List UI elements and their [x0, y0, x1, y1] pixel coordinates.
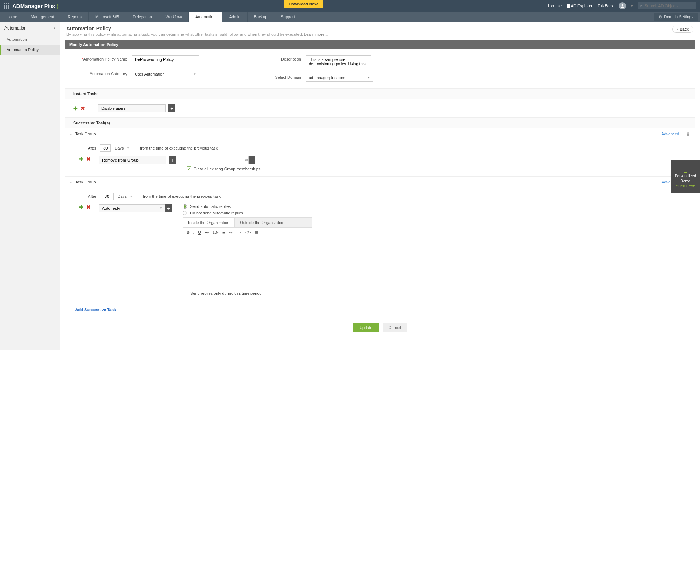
ad-explorer-link[interactable]: ▇ AD Explorer	[567, 4, 592, 8]
chevron-down-icon: ▾	[194, 72, 196, 76]
task-group-2-header: ⌵Task Group Advanced | 🗑	[65, 177, 695, 187]
underline-icon[interactable]: U	[198, 230, 201, 235]
svg-point-0	[621, 4, 623, 6]
timing-text: from the time of executing the previous …	[140, 146, 218, 150]
tab-workflow[interactable]: Workflow	[159, 12, 189, 22]
after-label: After	[88, 194, 96, 198]
delete-group-1-icon[interactable]: 🗑	[686, 132, 690, 136]
remove-task-2-icon[interactable]: ✖	[86, 204, 91, 210]
align-icon[interactable]: ≡▾	[229, 230, 233, 235]
tab-backup[interactable]: Backup	[248, 12, 275, 22]
tab-inside-org[interactable]: Inside the Organization	[183, 218, 235, 227]
task-1-input[interactable]	[99, 156, 166, 164]
demo-callout[interactable]: Personalized Demo CLICK HERE	[671, 160, 700, 193]
successive-tasks-header: Successive Task(s)	[65, 118, 695, 128]
category-label: Automation Category	[76, 70, 127, 76]
tab-admin[interactable]: Admin	[222, 12, 247, 22]
list-icon[interactable]: ☰▾	[236, 230, 242, 235]
color-icon[interactable]: ■	[222, 230, 225, 235]
collapse-icon[interactable]: ⌵	[70, 131, 72, 136]
italic-icon[interactable]: I	[193, 230, 194, 235]
apps-icon[interactable]	[4, 3, 9, 9]
reply-editor: Inside the Organization Outside the Orga…	[183, 217, 312, 281]
gear-icon: ⚙	[658, 15, 662, 19]
clear-memberships-checkbox[interactable]: ✓	[187, 166, 191, 171]
page-subtitle: By applying this policy while automating…	[66, 32, 328, 36]
advanced-link-1[interactable]: Advanced	[661, 132, 679, 136]
sidebar-section-automation[interactable]: Automation▾	[0, 22, 60, 34]
days-label: Days	[117, 194, 127, 198]
instant-task-input[interactable]	[98, 104, 166, 112]
sidebar: Automation▾ Automation Automation Policy	[0, 22, 60, 350]
policy-name-input[interactable]	[132, 55, 199, 63]
days-dropdown-icon[interactable]: ▾	[130, 194, 132, 198]
tab-management[interactable]: Management	[24, 12, 61, 22]
group-members-input[interactable]: ⧉	[187, 156, 249, 164]
send-replies-radio[interactable]	[183, 204, 187, 209]
tab-home[interactable]: Home	[0, 12, 24, 22]
table-icon[interactable]: ▦	[255, 230, 258, 235]
days-dropdown-icon[interactable]: ▾	[127, 146, 129, 150]
chevron-left-icon: ‹	[677, 27, 678, 31]
tab-delegation[interactable]: Delegation	[126, 12, 159, 22]
days-input-1[interactable]	[100, 144, 111, 152]
send-replies-label: Send automatic replies	[190, 204, 231, 209]
remove-instant-task-icon[interactable]: ✖	[81, 105, 85, 111]
top-bar: ADManager Plus ) Download Now License ▇ …	[0, 0, 700, 12]
user-menu-caret-icon[interactable]: ▾	[631, 4, 633, 8]
section-header: Modify Automation Policy	[65, 40, 695, 49]
back-button[interactable]: ‹Back	[672, 26, 693, 33]
timing-text: from the time of executing the previous …	[143, 194, 221, 198]
sidebar-item-automation[interactable]: Automation	[0, 34, 60, 45]
code-icon[interactable]: </>	[245, 230, 251, 235]
learn-more-link[interactable]: Learn more...	[304, 32, 328, 36]
instant-task-plus-button[interactable]: +	[168, 104, 175, 112]
talkback-link[interactable]: TalkBack	[598, 4, 614, 8]
font-icon[interactable]: F▾	[205, 230, 209, 235]
collapse-icon[interactable]: ⌵	[70, 179, 72, 184]
update-button[interactable]: Update	[353, 323, 379, 332]
tab-outside-org[interactable]: Outside the Organization	[235, 218, 289, 227]
font-size-select[interactable]: 10▾	[213, 230, 219, 235]
tab-support[interactable]: Support	[274, 12, 302, 22]
search-icon: ⌕	[640, 4, 642, 8]
days-input-2[interactable]	[100, 193, 114, 200]
add-successive-task-link[interactable]: +Add Successive Task	[73, 307, 116, 312]
description-textarea[interactable]: This is a sample user deprovisioning pol…	[306, 55, 371, 67]
chevron-down-icon: ▾	[368, 76, 370, 80]
add-task-2-icon[interactable]: ✚	[79, 204, 83, 210]
cancel-button[interactable]: Cancel	[383, 323, 407, 332]
category-select[interactable]: User Automation▾	[132, 70, 199, 78]
sidebar-item-automation-policy[interactable]: Automation Policy	[0, 45, 60, 55]
product-logo: ADManager Plus )	[12, 3, 58, 9]
license-link[interactable]: License	[548, 4, 562, 8]
caret-down-icon: ▾	[54, 26, 55, 30]
days-label: Days	[114, 146, 124, 150]
demo-cta-link[interactable]: CLICK HERE	[676, 185, 695, 188]
bold-icon[interactable]: B	[187, 230, 190, 235]
task-2-input[interactable]	[99, 204, 166, 212]
tab-automation[interactable]: Automation	[189, 12, 223, 22]
add-instant-task-icon[interactable]: ✚	[73, 105, 78, 111]
tab-microsoft365[interactable]: Microsoft 365	[89, 12, 126, 22]
no-replies-radio[interactable]	[183, 211, 187, 215]
remove-task-1-icon[interactable]: ✖	[86, 156, 91, 162]
monitor-icon	[681, 165, 690, 171]
tab-reports[interactable]: Reports	[61, 12, 89, 22]
user-avatar-icon[interactable]	[619, 2, 626, 9]
search-input[interactable]	[638, 2, 696, 9]
page-title: Automation Policy	[66, 26, 328, 31]
task-2-plus-button[interactable]: +	[165, 204, 172, 212]
download-now-button[interactable]: Download Now	[284, 0, 323, 8]
domain-select[interactable]: admanagerplus.com▾	[306, 74, 373, 82]
task-1-plus-button[interactable]: +	[169, 156, 176, 164]
time-period-label: Send replies only during this time perio…	[190, 291, 263, 295]
domain-settings-button[interactable]: ⚙Domain Settings	[654, 13, 698, 21]
picker-icon[interactable]: ⧉	[160, 206, 162, 210]
editor-textarea[interactable]	[183, 237, 312, 281]
time-period-checkbox[interactable]	[183, 291, 187, 295]
task-group-1-header: ⌵Task Group Advanced | 🗑	[65, 128, 695, 139]
add-member-button[interactable]: +	[249, 156, 255, 164]
picker-icon[interactable]: ⧉	[245, 158, 248, 162]
add-task-1-icon[interactable]: ✚	[79, 156, 83, 162]
